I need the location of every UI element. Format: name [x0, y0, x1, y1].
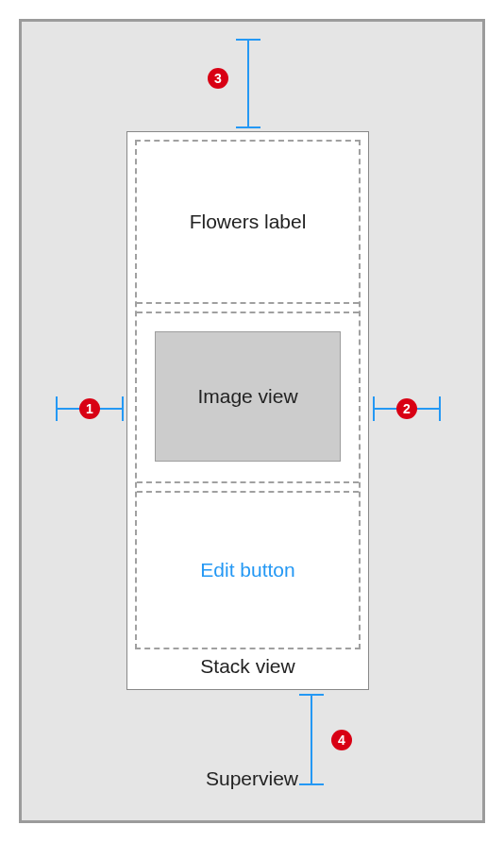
image-view-cell: Image view: [137, 313, 359, 480]
flowers-label-cell: Flowers label: [137, 142, 359, 302]
flowers-label-text: Flowers label: [190, 210, 307, 233]
constraint-leading-endcap-a: [56, 396, 58, 421]
constraint-trailing-endcap-b: [439, 396, 441, 421]
constraint-leading-badge: 1: [79, 398, 100, 419]
constraint-top-endcap-b: [236, 126, 260, 128]
constraint-leading: 1: [56, 396, 124, 421]
stack-arranged-region: Flowers label Image view Edit button: [135, 140, 361, 649]
image-view-text: Image view: [197, 385, 297, 408]
constraint-bottom-endcap-a: [299, 694, 324, 696]
constraint-trailing-badge: 2: [396, 398, 417, 419]
stack-view-label: Stack view: [127, 655, 368, 678]
constraint-top-endcap-a: [236, 39, 260, 41]
image-view: Image view: [155, 331, 341, 462]
constraint-top-bar: [247, 39, 249, 128]
edit-button-text: Edit button: [200, 559, 294, 581]
edit-button-cell: Edit button: [137, 493, 359, 648]
constraint-trailing-endcap-a: [373, 396, 375, 421]
stack-view: Flowers label Image view Edit button Sta…: [126, 131, 369, 690]
stack-divider-1: [137, 302, 359, 304]
constraint-top-badge: 3: [208, 68, 228, 89]
constraint-top: 3: [236, 39, 260, 128]
constraint-trailing: 2: [373, 396, 441, 421]
stack-divider-2: [137, 481, 359, 483]
constraint-leading-endcap-b: [122, 396, 124, 421]
superview-label: Superview: [22, 767, 482, 790]
superview-area: 3 1 2 Flowers label Image view: [19, 19, 485, 823]
constraint-bottom-badge: 4: [331, 730, 352, 750]
